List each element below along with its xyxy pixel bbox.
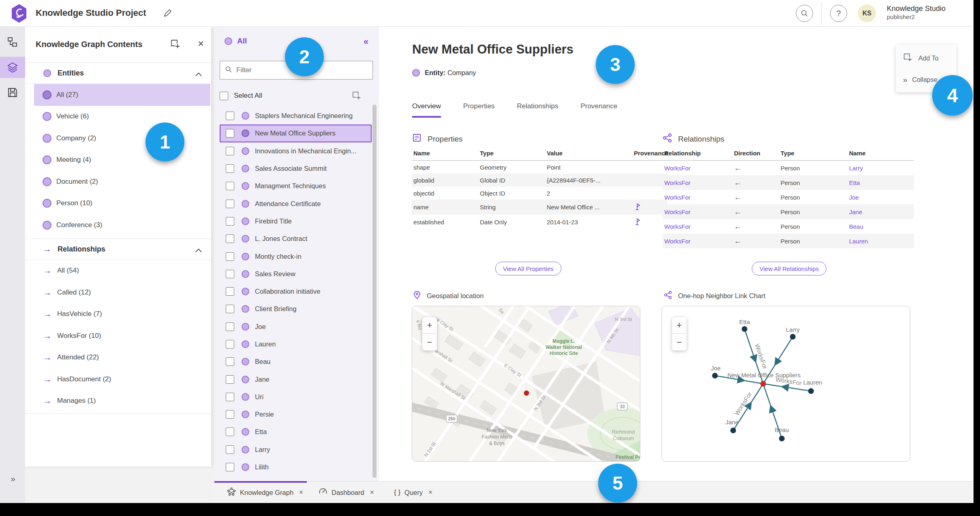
list-item[interactable]: Montly check-in bbox=[220, 247, 372, 265]
item-checkbox[interactable] bbox=[226, 112, 234, 120]
item-checkbox[interactable] bbox=[226, 322, 234, 331]
entity-link[interactable]: Jane bbox=[849, 209, 862, 215]
list-item[interactable]: Managment Techniques bbox=[220, 177, 372, 195]
rel-filter-called[interactable]: → Called (12) bbox=[34, 282, 210, 303]
add-to-new-icon[interactable] bbox=[170, 39, 181, 51]
entity-filter-all[interactable]: All (27) bbox=[34, 84, 210, 106]
relationship-link[interactable]: WorksFor bbox=[664, 179, 691, 186]
close-tab-icon[interactable]: × bbox=[299, 488, 303, 497]
list-item[interactable]: Sales Associate Summit bbox=[220, 160, 372, 177]
collapse-button[interactable]: » Collapse bbox=[903, 75, 937, 84]
schema-view-icon[interactable] bbox=[0, 32, 25, 53]
item-checkbox[interactable] bbox=[226, 129, 234, 138]
list-scrollbar[interactable] bbox=[372, 105, 377, 478]
item-checkbox[interactable] bbox=[226, 200, 234, 208]
close-tab-icon[interactable]: × bbox=[428, 488, 432, 497]
add-to-button[interactable]: Add To bbox=[903, 53, 939, 64]
rel-filter-hasdocument[interactable]: → HasDocument (2) bbox=[34, 368, 210, 390]
list-item[interactable]: Attendance Certificate bbox=[220, 195, 372, 212]
user-avatar[interactable]: KS bbox=[858, 4, 876, 22]
list-item[interactable]: Uri bbox=[220, 388, 372, 406]
item-checkbox[interactable] bbox=[226, 375, 234, 384]
add-to-new-icon[interactable] bbox=[352, 91, 362, 102]
list-item[interactable]: Etta bbox=[220, 423, 372, 441]
list-item[interactable]: Innovations in Mechanical Engin... bbox=[220, 142, 372, 160]
edit-title-icon[interactable] bbox=[163, 8, 173, 19]
tab-provenance[interactable]: Provenance bbox=[580, 102, 617, 118]
tab-knowledge-graph[interactable]: Knowledge Graph × bbox=[227, 482, 303, 503]
list-item[interactable]: L. Jones Contract bbox=[220, 230, 372, 247]
chevron-up-icon[interactable] bbox=[195, 247, 202, 254]
chart-center-node[interactable] bbox=[760, 381, 766, 387]
item-checkbox[interactable] bbox=[226, 217, 234, 226]
zoom-out-button[interactable]: − bbox=[672, 334, 687, 350]
view-all-properties-button[interactable]: View All Properties bbox=[495, 262, 561, 275]
rel-filter-all[interactable]: → All (54) bbox=[34, 260, 210, 282]
entity-link[interactable]: Beau bbox=[849, 223, 863, 230]
item-checkbox[interactable] bbox=[226, 270, 234, 278]
item-checkbox[interactable] bbox=[226, 410, 234, 419]
item-checkbox[interactable] bbox=[226, 340, 234, 348]
entity-link[interactable]: Lauren bbox=[849, 238, 868, 245]
entity-link[interactable]: Larry bbox=[849, 165, 863, 172]
entity-filter-meeting[interactable]: Meeting (4) bbox=[34, 149, 210, 171]
item-checkbox[interactable] bbox=[226, 445, 234, 454]
relationship-link[interactable]: WorksFor bbox=[664, 223, 691, 230]
list-item[interactable]: Sales Review bbox=[220, 265, 372, 283]
list-item[interactable]: Lilith bbox=[220, 458, 372, 476]
tab-query[interactable]: { } Query × bbox=[394, 482, 432, 503]
list-item[interactable]: Joe bbox=[220, 318, 372, 335]
tab-properties[interactable]: Properties bbox=[463, 102, 494, 118]
one-hop-link-chart[interactable]: Etta Larry Joe Lauren Jane Beau New Meta… bbox=[661, 306, 910, 462]
item-checkbox[interactable] bbox=[226, 287, 234, 296]
relationship-link[interactable]: WorksFor bbox=[664, 238, 691, 245]
tab-dashboard[interactable]: Dashboard × bbox=[319, 482, 374, 503]
zoom-out-button[interactable]: − bbox=[422, 334, 437, 350]
item-checkbox[interactable] bbox=[226, 182, 234, 190]
list-item[interactable]: Lauren bbox=[220, 335, 372, 353]
list-item[interactable]: Firebird Title bbox=[220, 213, 372, 230]
list-item[interactable]: Client Briefing bbox=[220, 300, 372, 318]
layers-view-icon[interactable] bbox=[0, 57, 25, 78]
chart-node[interactable] bbox=[808, 388, 814, 394]
entity-filter-document[interactable]: Document (2) bbox=[34, 171, 210, 193]
item-checkbox[interactable] bbox=[226, 164, 234, 173]
list-item[interactable]: Collaboration initiative bbox=[220, 283, 372, 300]
entity-filter-vehicle[interactable]: Vehicle (6) bbox=[34, 106, 210, 128]
tab-relationships[interactable]: Relationships bbox=[517, 102, 558, 118]
list-item[interactable]: Larry bbox=[220, 441, 372, 458]
rel-filter-attended[interactable]: → Attended (22) bbox=[34, 347, 210, 369]
rel-filter-manages[interactable]: → Manages (1) bbox=[34, 390, 210, 412]
item-checkbox[interactable] bbox=[226, 463, 234, 471]
geospatial-map[interactable]: k Rd W Clay St Sa N 3rd St N 4th St arsh… bbox=[412, 306, 640, 462]
search-button[interactable] bbox=[796, 5, 813, 22]
zoom-in-button[interactable]: + bbox=[422, 317, 437, 334]
item-checkbox[interactable] bbox=[226, 147, 234, 155]
chart-node[interactable] bbox=[742, 326, 747, 332]
select-all-checkbox[interactable] bbox=[220, 92, 228, 100]
list-item[interactable]: Staplers Mechanical Engineering bbox=[220, 107, 372, 125]
list-item[interactable]: Beau bbox=[220, 353, 372, 370]
chart-node[interactable] bbox=[712, 373, 718, 378]
rel-filter-hasvehicle[interactable]: → HasVehicle (7) bbox=[34, 303, 210, 325]
provenance-flag-icon[interactable] bbox=[634, 220, 641, 227]
expand-rail-icon[interactable]: » bbox=[0, 471, 25, 487]
list-item-selected[interactable]: New Metal Office Suppliers bbox=[220, 125, 372, 142]
collapse-list-panel-icon[interactable]: « bbox=[364, 37, 368, 47]
tab-overview[interactable]: Overview bbox=[412, 102, 441, 118]
chevron-up-icon[interactable] bbox=[195, 71, 202, 78]
entity-filter-conference[interactable]: Conference (3) bbox=[34, 214, 210, 236]
item-checkbox[interactable] bbox=[226, 357, 234, 366]
list-item[interactable]: Jane bbox=[220, 370, 372, 388]
chart-node[interactable] bbox=[790, 334, 796, 340]
entity-link[interactable]: Joe bbox=[849, 194, 859, 201]
chart-node[interactable] bbox=[779, 436, 785, 441]
save-icon[interactable] bbox=[0, 82, 25, 103]
provenance-flag-icon[interactable] bbox=[634, 205, 641, 212]
item-checkbox[interactable] bbox=[226, 393, 234, 401]
relationships-section-header[interactable]: → Relationships bbox=[25, 239, 211, 260]
item-checkbox[interactable] bbox=[226, 234, 234, 243]
rel-filter-worksfor[interactable]: → WorksFor (10) bbox=[34, 325, 210, 347]
help-button[interactable]: ? bbox=[830, 5, 847, 22]
item-checkbox[interactable] bbox=[226, 252, 234, 261]
